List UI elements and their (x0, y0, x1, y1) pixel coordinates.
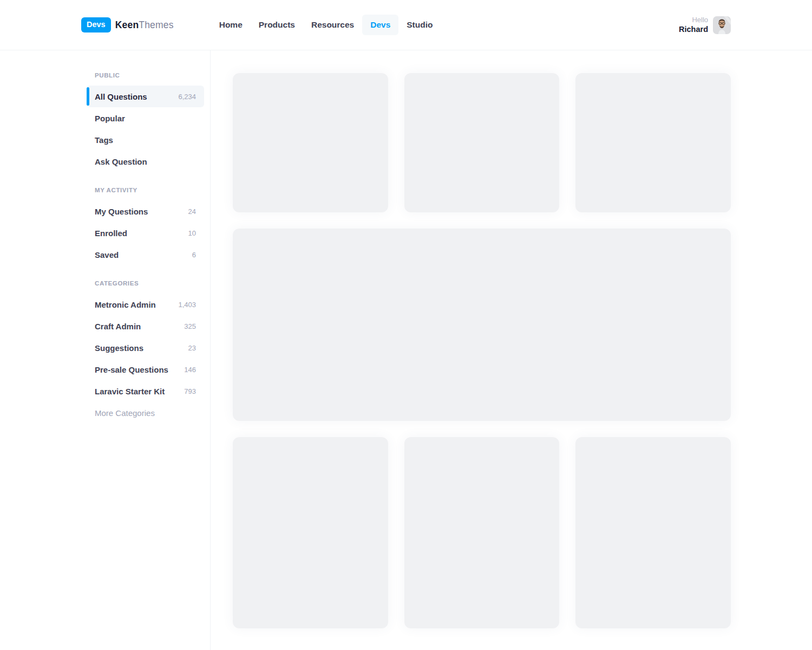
sidebar: PUBLIC All Questions 6,234 Popular Tags … (0, 50, 211, 650)
sidebar-item-label: Saved (95, 250, 119, 259)
page-body: PUBLIC All Questions 6,234 Popular Tags … (0, 50, 812, 650)
main-nav: Home Products Resources Devs Studio (211, 15, 441, 35)
sidebar-section-categories: CATEGORIES Metronic Admin 1,403 Craft Ad… (87, 280, 204, 424)
sidebar-item-label: All Questions (95, 92, 147, 101)
sidebar-item-metronic-admin[interactable]: Metronic Admin 1,403 (87, 294, 204, 315)
sidebar-item-pre-sale-questions[interactable]: Pre-sale Questions 146 (87, 359, 204, 380)
sidebar-item-suggestions[interactable]: Suggestions 23 (87, 337, 204, 359)
sidebar-item-label: Laravic Starter Kit (95, 387, 165, 396)
avatar[interactable] (713, 16, 731, 34)
logo-badge: Devs (81, 17, 111, 32)
sidebar-item-label: Metronic Admin (95, 300, 156, 309)
sidebar-item-tags[interactable]: Tags (87, 129, 204, 151)
sidebar-item-enrolled[interactable]: Enrolled 10 (87, 222, 204, 244)
nav-item-resources[interactable]: Resources (303, 15, 362, 35)
brand-name: KeenThemes (115, 20, 174, 31)
placeholder-card (404, 437, 560, 628)
placeholder-row-top (233, 73, 731, 212)
brand-bold: Keen (115, 20, 139, 30)
sidebar-item-popular[interactable]: Popular (87, 107, 204, 129)
logo[interactable]: Devs KeenThemes (81, 17, 174, 32)
sidebar-item-more-categories[interactable]: More Categories (87, 402, 204, 424)
sidebar-item-count: 325 (184, 322, 196, 330)
sidebar-section-title: MY ACTIVITY (87, 187, 204, 193)
user-menu[interactable]: Hello Richard (679, 16, 731, 34)
placeholder-card-wide (233, 229, 731, 421)
sidebar-item-label: Suggestions (95, 343, 143, 353)
placeholder-card (575, 73, 731, 212)
sidebar-item-count: 6 (192, 251, 196, 259)
placeholder-card (404, 73, 560, 212)
nav-item-studio[interactable]: Studio (398, 15, 441, 35)
user-name: Richard (679, 24, 708, 34)
sidebar-item-label: Ask Question (95, 157, 147, 166)
sidebar-item-label: Craft Admin (95, 322, 141, 331)
placeholder-card (233, 437, 388, 628)
placeholder-card (233, 73, 388, 212)
sidebar-item-count: 793 (184, 387, 196, 395)
sidebar-section-public: PUBLIC All Questions 6,234 Popular Tags … (87, 72, 204, 172)
placeholder-card (575, 437, 731, 628)
sidebar-item-count: 10 (188, 229, 196, 237)
sidebar-item-label: Enrolled (95, 229, 127, 238)
sidebar-item-count: 24 (188, 207, 196, 216)
main-content (211, 50, 812, 650)
sidebar-section-title: CATEGORIES (87, 280, 204, 287)
sidebar-item-all-questions[interactable]: All Questions 6,234 (87, 86, 204, 107)
nav-item-home[interactable]: Home (211, 15, 251, 35)
sidebar-item-label: My Questions (95, 207, 148, 216)
sidebar-item-label: More Categories (95, 408, 155, 418)
sidebar-item-laravic-starter-kit[interactable]: Laravic Starter Kit 793 (87, 380, 204, 402)
user-text: Hello Richard (679, 16, 708, 34)
user-greeting: Hello (679, 16, 708, 24)
sidebar-item-count: 23 (188, 344, 196, 352)
sidebar-item-craft-admin[interactable]: Craft Admin 325 (87, 315, 204, 337)
nav-item-devs[interactable]: Devs (362, 15, 398, 35)
sidebar-section-my-activity: MY ACTIVITY My Questions 24 Enrolled 10 … (87, 187, 204, 265)
brand-light: Themes (139, 20, 173, 30)
nav-item-products[interactable]: Products (251, 15, 303, 35)
app-header: Devs KeenThemes Home Products Resources … (0, 0, 812, 50)
sidebar-item-label: Pre-sale Questions (95, 365, 168, 374)
sidebar-item-count: 146 (184, 366, 196, 374)
sidebar-section-title: PUBLIC (87, 72, 204, 79)
sidebar-item-count: 6,234 (178, 93, 196, 101)
sidebar-item-ask-question[interactable]: Ask Question (87, 151, 204, 172)
sidebar-item-count: 1,403 (178, 301, 196, 309)
sidebar-item-my-questions[interactable]: My Questions 24 (87, 200, 204, 222)
sidebar-item-label: Tags (95, 135, 113, 145)
sidebar-item-label: Popular (95, 114, 125, 123)
avatar-image (713, 16, 731, 34)
sidebar-item-saved[interactable]: Saved 6 (87, 244, 204, 265)
placeholder-row-bottom (233, 437, 731, 628)
